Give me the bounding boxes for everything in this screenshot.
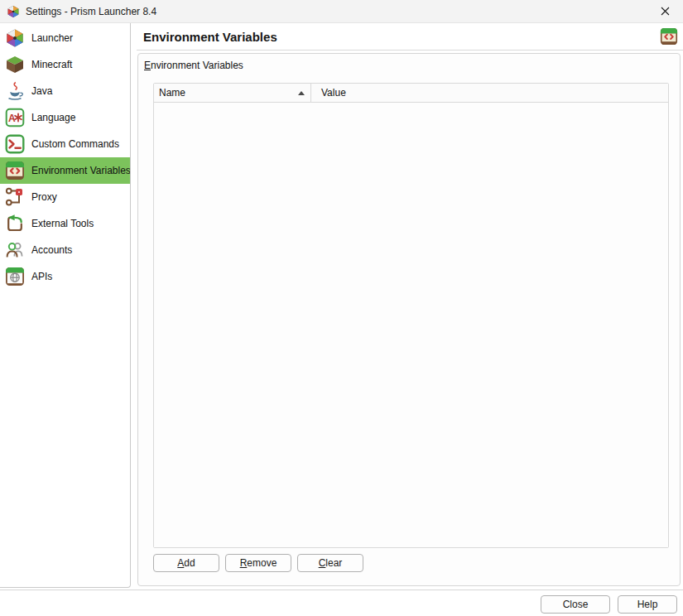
table-action-buttons: Add Remove Clear (153, 554, 363, 572)
remove-button[interactable]: Remove (225, 554, 291, 572)
sidebar-item-apis[interactable]: APIs (0, 263, 130, 290)
sidebar-item-accounts[interactable]: Accounts (0, 237, 130, 263)
terminal-prompt-icon (5, 134, 25, 154)
sidebar-item-java[interactable]: Java (0, 78, 130, 104)
sidebar-item-environment-variables[interactable]: Environment Variables (0, 157, 130, 184)
page-header: Environment Variables (137, 23, 683, 51)
sidebar-item-label: Language (31, 112, 75, 123)
external-tools-arrow-icon (5, 214, 25, 233)
accounts-people-icon (5, 240, 25, 260)
sidebar-item-label: Custom Commands (31, 138, 119, 150)
sidebar-item-custom-commands[interactable]: Custom Commands (0, 131, 130, 157)
column-header-name[interactable]: Name (154, 84, 311, 102)
code-brackets-icon (660, 27, 678, 46)
clear-button[interactable]: Clear (297, 554, 363, 572)
sidebar-item-label: Minecraft (31, 59, 72, 70)
sidebar-item-label: Java (31, 85, 52, 97)
window-title: Settings - Prism Launcher 8.4 (26, 6, 156, 17)
sidebar-item-language[interactable]: A Language (0, 104, 130, 131)
sidebar-item-launcher[interactable]: Launcher (0, 25, 130, 51)
sidebar-item-label: APIs (31, 271, 52, 282)
groupbox-title: Environment Variables (144, 60, 243, 71)
column-header-label: Name (159, 87, 185, 99)
table-header-row: Name Value (154, 84, 668, 103)
prism-logo-icon (5, 28, 25, 48)
titlebar: Settings - Prism Launcher 8.4 (0, 0, 683, 23)
language-translate-icon: A (5, 108, 25, 128)
prism-logo-icon (7, 5, 20, 18)
sidebar-item-label: Launcher (31, 32, 73, 44)
dialog-button-box: Close Help (0, 595, 683, 614)
sort-ascending-icon (298, 91, 305, 95)
sidebar-item-external-tools[interactable]: External Tools (0, 210, 130, 237)
help-button[interactable]: Help (618, 595, 677, 614)
sidebar-item-minecraft[interactable]: Minecraft (0, 51, 130, 78)
environment-variables-table: Name Value (153, 83, 669, 548)
minecraft-grass-block-icon (5, 55, 25, 75)
add-button[interactable]: Add (153, 554, 219, 572)
window-close-button[interactable] (647, 0, 683, 23)
settings-sidebar: Launcher Minecraft Java A Language (0, 23, 131, 588)
sidebar-item-proxy[interactable]: Proxy (0, 184, 130, 210)
svg-text:A: A (8, 113, 16, 124)
column-header-value[interactable]: Value (311, 84, 668, 102)
globe-icon (5, 267, 25, 286)
sidebar-item-label: Accounts (31, 244, 72, 256)
footer-separator (0, 590, 683, 590)
code-brackets-icon (5, 161, 25, 180)
proxy-network-icon (5, 187, 25, 207)
column-header-label: Value (321, 87, 346, 99)
close-button[interactable]: Close (541, 595, 610, 614)
java-cup-icon (5, 81, 25, 101)
sidebar-item-label: Proxy (31, 191, 57, 203)
sidebar-item-label: External Tools (31, 218, 94, 229)
table-body-empty (154, 103, 668, 547)
sidebar-item-label: Environment Variables (31, 165, 131, 176)
page-title: Environment Variables (143, 30, 277, 44)
close-icon (661, 7, 670, 16)
environment-variables-groupbox: Environment Variables Name Value Add Rem… (137, 53, 681, 586)
